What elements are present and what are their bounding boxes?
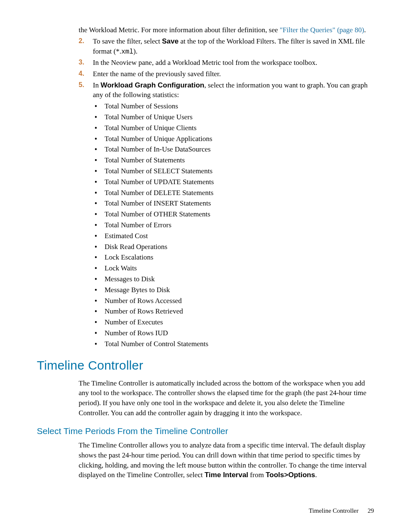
xml-extension: xml — [121, 48, 133, 56]
para-mid: from — [248, 471, 266, 479]
select-time-periods-heading: Select Time Periods From the Timeline Co… — [37, 425, 374, 437]
step-3-text: In the Neoview pane, add a Workload Metr… — [93, 59, 317, 67]
step-number: 3. — [79, 58, 84, 67]
intro-text-1: the Workload Metric. For more informatio… — [79, 26, 280, 34]
page-number: 29 — [368, 507, 374, 514]
select-time-periods-body: The Timeline Controller allows you to an… — [79, 440, 374, 480]
list-item: Total Number of In-Use DataSources — [93, 144, 374, 154]
para-post: . — [315, 471, 317, 479]
intro-text-2: . — [364, 26, 366, 34]
body-content: the Workload Metric. For more informatio… — [79, 25, 374, 349]
step-2-pre: To save the filter, select — [93, 37, 162, 45]
list-item: Total Number of Unique Applications — [93, 134, 374, 144]
step-5-pre: In — [93, 81, 100, 89]
list-item: Total Number of DELETE Statements — [93, 188, 374, 198]
list-item: Total Number of Unique Users — [93, 112, 374, 122]
list-item: Lock Waits — [93, 263, 374, 273]
step-2-post2: ). — [133, 47, 138, 55]
list-item: Estimated Cost — [93, 231, 374, 241]
list-item: Total Number of Statements — [93, 155, 374, 165]
tools-options-label: Tools>Options — [266, 471, 315, 479]
timeline-controller-para: The Timeline Controller is automatically… — [79, 378, 374, 418]
list-item: Disk Read Operations — [93, 242, 374, 252]
list-item: Total Number of INSERT Statements — [93, 198, 374, 208]
step-2: 2. To save the filter, select Save at th… — [79, 36, 374, 57]
list-item: Messages to Disk — [93, 274, 374, 284]
list-item: Message Bytes to Disk — [93, 285, 374, 295]
step-4: 4. Enter the name of the previously save… — [79, 69, 374, 79]
statistics-list: Total Number of Sessions Total Number of… — [93, 101, 374, 349]
list-item: Number of Rows IUD — [93, 328, 374, 338]
list-item: Total Number of SELECT Statements — [93, 166, 374, 176]
list-item: Total Number of UPDATE Statements — [93, 177, 374, 187]
step-number: 4. — [79, 69, 84, 78]
time-interval-label: Time Interval — [205, 471, 248, 479]
list-item: Number of Rows Retrieved — [93, 306, 374, 316]
list-item: Lock Escalations — [93, 252, 374, 262]
timeline-controller-heading: Timeline Controller — [37, 357, 374, 374]
list-item: Total Number of Unique Clients — [93, 123, 374, 133]
select-time-periods-para: The Timeline Controller allows you to an… — [79, 440, 374, 480]
step-number: 2. — [79, 36, 84, 46]
intro-paragraph: the Workload Metric. For more informatio… — [79, 25, 374, 35]
list-item: Total Number of OTHER Statements — [93, 209, 374, 219]
list-item: Number of Executes — [93, 317, 374, 327]
list-item: Total Number of Control Statements — [93, 339, 374, 349]
footer-section-label: Timeline Controller — [309, 507, 358, 514]
list-item: Number of Rows Accessed — [93, 296, 374, 306]
step-number: 5. — [79, 80, 84, 90]
workload-graph-config-label: Workload Graph Configuration — [100, 81, 204, 89]
page-footer: Timeline Controller 29 — [309, 506, 374, 515]
step-3: 3. In the Neoview pane, add a Workload M… — [79, 58, 374, 68]
cross-reference-link[interactable]: "Filter the Queries" (page 80) — [280, 26, 364, 34]
save-label: Save — [162, 37, 179, 45]
timeline-controller-body: The Timeline Controller is automatically… — [79, 378, 374, 418]
list-item: Total Number of Errors — [93, 220, 374, 230]
step-5: 5. In Workload Graph Configuration, sele… — [79, 80, 374, 100]
list-item: Total Number of Sessions — [93, 101, 374, 111]
step-4-text: Enter the name of the previously saved f… — [93, 70, 221, 78]
